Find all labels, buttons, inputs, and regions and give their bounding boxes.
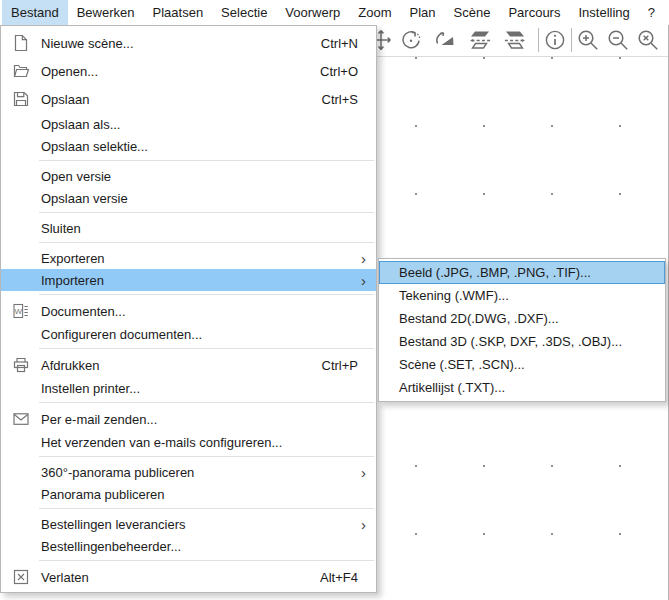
menu-item-shortcut: Ctrl+S [322,92,366,107]
submenu-item-label: Beeld (.JPG, .BMP, .PNG, .TIF)... [399,265,591,280]
menu-item-opslaan-als[interactable]: Opslaan als... [1,113,376,135]
menu-item-sluiten[interactable]: Sluiten [1,217,376,239]
rotate-icon [399,28,423,52]
rotate-button[interactable] [398,27,424,53]
menu-item-open-versie[interactable]: Open versie [1,165,376,187]
menu-item-opslaan-versie[interactable]: Opslaan versie [1,187,376,209]
submenu-arrow-icon: › [354,465,366,480]
menu-item-configureren-documenten[interactable]: Configureren documenten... [1,323,376,345]
zoom-out-button[interactable] [605,27,631,53]
menu-item-afdrukken[interactable]: Afdrukken Ctrl+P [1,353,376,377]
menu-separator [39,508,374,509]
menu-item-label: Opslaan versie [41,191,366,206]
submenu-item-label: Scène (.SET, .SCN)... [399,357,525,372]
menu-bar: Bestand Bewerken Plaatsen Selectie Voorw… [0,0,669,25]
menu-item-label: Exporteren [41,251,354,266]
submenu-item-scene[interactable]: Scène (.SET, .SCN)... [379,353,665,376]
menu-item-label: Opslaan als... [41,117,366,132]
menubar-item-bestand[interactable]: Bestand [2,0,68,25]
menubar-item-instelling[interactable]: Instelling [569,0,638,25]
menu-separator [39,212,374,213]
menubar-item-plaatsen[interactable]: Plaatsen [144,0,213,25]
menu-item-per-email-zenden[interactable]: Per e-mail zenden... [1,407,376,431]
new-document-icon [1,34,41,52]
submenu-item-label: Tekening (.WMF)... [399,288,509,303]
menu-item-label: Panorama publiceren [41,487,366,502]
submenu-item-bestand-2d[interactable]: Bestand 2D(.DWG, .DXF)... [379,307,665,330]
menu-item-opslaan-selektie[interactable]: Opslaan selektie... [1,135,376,157]
menu-separator [39,160,374,161]
submenu-item-beeld[interactable]: Beeld (.JPG, .BMP, .PNG, .TIF)... [379,261,665,284]
menu-item-label: Afdrukken [41,358,322,373]
submenu-arrow-icon: › [354,517,366,532]
menubar-item-zoom[interactable]: Zoom [349,0,400,25]
info-icon [543,28,567,52]
level-slab-down-icon [468,28,492,52]
menu-item-documenten[interactable]: W Documenten... [1,299,376,323]
menu-item-exporteren[interactable]: Exporteren › [1,247,376,269]
exit-icon [1,568,41,586]
menu-item-verlaten[interactable]: Verlaten Alt+F4 [1,565,376,589]
menubar-item-help[interactable]: ? [639,0,664,25]
zoom-in-button[interactable] [575,27,601,53]
menu-item-360-panorama-publiceren[interactable]: 360°-panorama publiceren › [1,461,376,483]
menu-separator [39,294,374,295]
menu-separator [39,456,374,457]
menu-item-label: Opslaan selektie... [41,139,366,154]
menu-item-label: Bestellingen leveranciers [41,517,354,532]
menubar-item-parcours[interactable]: Parcours [499,0,569,25]
word-document-icon: W [1,302,41,320]
submenu-arrow-icon: › [354,251,366,266]
menu-item-label: Verlaten [41,570,320,585]
submenu-item-label: Bestand 3D (.SKP, DXF, .3DS, .OBJ)... [399,334,622,349]
envelope-icon [1,410,41,428]
menu-item-shortcut: Alt+F4 [320,570,366,585]
zoom-reset-icon [636,28,660,52]
menu-item-label: Importeren [41,273,354,288]
menubar-item-plan[interactable]: Plan [401,0,445,25]
menu-separator [39,242,374,243]
submenu-item-label: Bestand 2D(.DWG, .DXF)... [399,311,559,326]
submenu-item-tekening[interactable]: Tekening (.WMF)... [379,284,665,307]
menu-item-label: Configureren documenten... [41,327,366,342]
menu-item-shortcut: Ctrl+O [320,64,366,79]
menu-item-panorama-publiceren[interactable]: Panorama publiceren [1,483,376,505]
submenu-item-label: Artikellijst (.TXT)... [399,380,505,395]
menu-item-label: Per e-mail zenden... [41,412,366,427]
menu-item-shortcut: Ctrl+N [321,36,366,51]
menu-item-label: Nieuwe scène... [41,36,321,51]
open-folder-icon [1,62,41,80]
menu-item-label: Opslaan [41,92,322,107]
menu-item-bestellingen-leveranciers[interactable]: Bestellingen leveranciers › [1,513,376,535]
level-slab-up-button[interactable] [502,27,528,53]
menu-separator [39,402,374,403]
file-menu: Nieuwe scène... Ctrl+N Openen... Ctrl+O … [0,25,377,593]
menubar-item-bewerken[interactable]: Bewerken [68,0,144,25]
menu-item-email-configureren[interactable]: Het verzenden van e-mails configureren..… [1,431,376,453]
level-slab-down-button[interactable] [467,27,493,53]
menubar-item-selectie[interactable]: Selectie [212,0,276,25]
menu-item-label: Bestellingenbeheerder... [41,539,366,554]
toolbar-separator [571,28,572,52]
menu-item-label: 360°-panorama publiceren [41,465,354,480]
toolbar-separator [538,28,539,52]
printer-icon [1,356,41,374]
menu-separator [39,348,374,349]
submenu-item-bestand-3d[interactable]: Bestand 3D (.SKP, DXF, .3DS, .OBJ)... [379,330,665,353]
menubar-item-scene[interactable]: Scène [445,0,500,25]
submenu-item-artikellijst[interactable]: Artikellijst (.TXT)... [379,376,665,399]
level-slab-up-icon [503,28,527,52]
rotate-to-plane-button[interactable] [432,27,458,53]
zoom-reset-button[interactable] [635,27,661,53]
menu-item-opslaan[interactable]: Opslaan Ctrl+S [1,85,376,113]
rotate-to-plane-icon [433,28,457,52]
submenu-arrow-icon: › [354,273,366,288]
menu-item-nieuwe-scene[interactable]: Nieuwe scène... Ctrl+N [1,29,376,57]
menu-item-instellen-printer[interactable]: Instellen printer... [1,377,376,399]
menu-item-openen[interactable]: Openen... Ctrl+O [1,57,376,85]
menubar-item-voorwerp[interactable]: Voorwerp [276,0,349,25]
info-button[interactable] [542,27,568,53]
menu-item-bestellingenbeheerder[interactable]: Bestellingenbeheerder... [1,535,376,557]
menu-separator [39,560,374,561]
menu-item-importeren[interactable]: Importeren › [1,269,376,291]
